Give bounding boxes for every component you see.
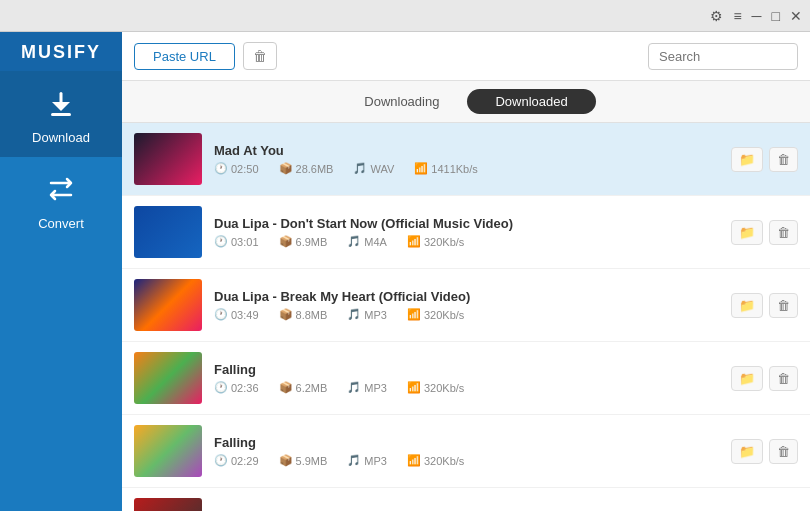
clock-icon: 🕐 <box>214 235 228 248</box>
close-icon[interactable]: ✕ <box>790 8 802 24</box>
item-actions: 📁 🗑 <box>731 293 798 318</box>
item-size: 📦 8.8MB <box>279 308 328 321</box>
item-size: 📦 28.6MB <box>279 162 334 175</box>
open-folder-button[interactable]: 📁 <box>731 293 763 318</box>
item-duration: 🕐 03:01 <box>214 235 259 248</box>
open-folder-button[interactable]: 📁 <box>731 220 763 245</box>
item-duration: 🕐 02:29 <box>214 454 259 467</box>
item-title: Mad At You <box>214 143 719 158</box>
delete-item-button[interactable]: 🗑 <box>769 439 798 464</box>
item-format: 🎵 M4A <box>347 235 387 248</box>
item-format: 🎵 MP3 <box>347 454 387 467</box>
tabs-bar: Downloading Downloaded <box>122 81 810 123</box>
list-item: Dua Lipa - Break My Heart (Official Vide… <box>122 269 810 342</box>
format-icon: 🎵 <box>353 162 367 175</box>
sidebar-item-convert[interactable]: Convert <box>0 157 122 243</box>
format-icon: 🎵 <box>347 308 361 321</box>
item-thumbnail <box>134 498 202 511</box>
file-size-icon: 📦 <box>279 381 293 394</box>
item-duration: 🕐 02:36 <box>214 381 259 394</box>
bitrate-icon: 📶 <box>407 454 421 467</box>
file-size-icon: 📦 <box>279 454 293 467</box>
clock-icon: 🕐 <box>214 381 228 394</box>
item-thumbnail <box>134 425 202 477</box>
tab-downloaded[interactable]: Downloaded <box>467 89 595 114</box>
minimize-icon[interactable]: ─ <box>752 8 762 24</box>
item-size: 📦 6.2MB <box>279 381 328 394</box>
item-bitrate: 📶 320Kb/s <box>407 235 464 248</box>
item-size: 📦 6.9MB <box>279 235 328 248</box>
delete-item-button[interactable]: 🗑 <box>769 147 798 172</box>
trash-icon: 🗑 <box>253 48 267 64</box>
item-title: Falling <box>214 435 719 450</box>
app-title: MUSIFY <box>21 42 101 62</box>
item-duration: 🕐 03:49 <box>214 308 259 321</box>
item-meta: 🕐 02:29 📦 5.9MB 🎵 MP3 📶 320Kb/s <box>214 454 719 467</box>
clear-button[interactable]: 🗑 <box>243 42 277 70</box>
sidebar-item-convert-label: Convert <box>38 216 84 231</box>
item-thumbnail <box>134 279 202 331</box>
main-content: Paste URL 🗑 Downloading Downloaded Mad A… <box>122 32 810 511</box>
item-bitrate: 📶 320Kb/s <box>407 454 464 467</box>
bitrate-icon: 📶 <box>407 235 421 248</box>
toolbar: Paste URL 🗑 <box>122 32 810 81</box>
format-icon: 🎵 <box>347 381 361 394</box>
item-format: 🎵 MP3 <box>347 308 387 321</box>
list-item: Dua Lipa - Don't Start Now (Official Mus… <box>122 196 810 269</box>
file-size-icon: 📦 <box>279 235 293 248</box>
clock-icon: 🕐 <box>214 454 228 467</box>
open-folder-button[interactable]: 📁 <box>731 147 763 172</box>
item-info: Dua Lipa - Break My Heart (Official Vide… <box>214 289 719 321</box>
item-actions: 📁 🗑 <box>731 439 798 464</box>
download-list: Mad At You 🕐 02:50 📦 28.6MB 🎵 WAV 📶 1411… <box>122 123 810 511</box>
file-size-icon: 📦 <box>279 162 293 175</box>
item-title: Dua Lipa - Don't Start Now (Official Mus… <box>214 216 719 231</box>
item-meta: 🕐 03:49 📦 8.8MB 🎵 MP3 📶 320Kb/s <box>214 308 719 321</box>
sidebar-logo: MUSIFY <box>0 32 122 71</box>
maximize-icon[interactable]: □ <box>772 8 780 24</box>
gear-icon[interactable]: ⚙ <box>710 8 723 24</box>
paste-url-button[interactable]: Paste URL <box>134 43 235 70</box>
app-container: MUSIFY Download Convert <box>0 32 810 511</box>
item-info: Mad At You 🕐 02:50 📦 28.6MB 🎵 WAV 📶 1411… <box>214 143 719 175</box>
format-icon: 🎵 <box>347 235 361 248</box>
clock-icon: 🕐 <box>214 308 228 321</box>
item-duration: 🕐 02:50 <box>214 162 259 175</box>
list-item: Falling 🕐 02:29 📦 5.9MB 🎵 MP3 📶 320Kb/s <box>122 415 810 488</box>
item-bitrate: 📶 320Kb/s <box>407 308 464 321</box>
delete-item-button[interactable]: 🗑 <box>769 366 798 391</box>
item-format: 🎵 WAV <box>353 162 394 175</box>
convert-icon <box>45 173 77 212</box>
item-thumbnail <box>134 133 202 185</box>
item-info: Falling 🕐 02:36 📦 6.2MB 🎵 MP3 📶 320Kb/s <box>214 362 719 394</box>
item-title: Falling <box>214 362 719 377</box>
bitrate-icon: 📶 <box>407 381 421 394</box>
item-format: 🎵 MP3 <box>347 381 387 394</box>
sidebar: MUSIFY Download Convert <box>0 32 122 511</box>
open-folder-button[interactable]: 📁 <box>731 439 763 464</box>
download-icon <box>45 87 77 126</box>
menu-icon[interactable]: ≡ <box>733 8 741 24</box>
item-size: 📦 5.9MB <box>279 454 328 467</box>
item-actions: 📁 🗑 <box>731 147 798 172</box>
sidebar-item-download-label: Download <box>32 130 90 145</box>
item-meta: 🕐 02:50 📦 28.6MB 🎵 WAV 📶 1411Kb/s <box>214 162 719 175</box>
item-title: Dua Lipa - Break My Heart (Official Vide… <box>214 289 719 304</box>
bitrate-icon: 📶 <box>414 162 428 175</box>
bitrate-icon: 📶 <box>407 308 421 321</box>
item-meta: 🕐 03:01 📦 6.9MB 🎵 M4A 📶 320Kb/s <box>214 235 719 248</box>
title-bar: ⚙ ≡ ─ □ ✕ <box>0 0 810 32</box>
delete-item-button[interactable]: 🗑 <box>769 220 798 245</box>
sidebar-item-download[interactable]: Download <box>0 71 122 157</box>
tab-downloading[interactable]: Downloading <box>336 89 467 114</box>
svg-rect-0 <box>51 113 71 116</box>
list-item: Mad At You 🕐 02:50 📦 28.6MB 🎵 WAV 📶 1411… <box>122 123 810 196</box>
clock-icon: 🕐 <box>214 162 228 175</box>
search-input[interactable] <box>648 43 798 70</box>
item-info: Dua Lipa - Don't Start Now (Official Mus… <box>214 216 719 248</box>
delete-item-button[interactable]: 🗑 <box>769 293 798 318</box>
item-actions: 📁 🗑 <box>731 220 798 245</box>
item-info: Falling 🕐 02:29 📦 5.9MB 🎵 MP3 📶 320Kb/s <box>214 435 719 467</box>
item-meta: 🕐 02:36 📦 6.2MB 🎵 MP3 📶 320Kb/s <box>214 381 719 394</box>
open-folder-button[interactable]: 📁 <box>731 366 763 391</box>
